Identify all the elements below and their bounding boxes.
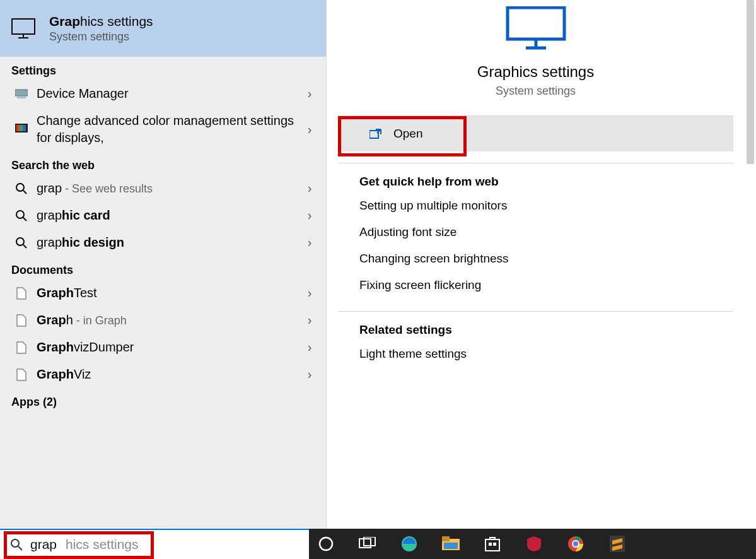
result-color-management[interactable]: Change advanced color management setting… [0,107,326,151]
chrome-icon[interactable] [564,532,588,556]
cortana-icon[interactable] [314,532,338,556]
svg-rect-4 [17,96,26,98]
open-icon [369,128,382,139]
svg-rect-26 [442,536,450,541]
result-label: GraphViz [32,366,302,383]
svg-point-19 [11,539,19,547]
search-icon [10,538,23,551]
result-doc-graphvizdumper[interactable]: GraphvizDumper › [0,334,326,361]
task-view-icon[interactable] [356,532,380,556]
preview-panel: Graphics settings System settings Open G… [327,0,745,529]
search-icon [11,183,32,194]
svg-rect-30 [493,543,496,546]
best-match-result[interactable]: Graphics settings System settings [0,0,326,57]
result-label: Change advanced color management setting… [32,112,302,146]
search-icon [11,210,32,221]
best-match-title: Graphics settings [49,14,153,29]
svg-rect-8 [23,125,26,131]
svg-line-12 [23,218,26,221]
result-web-graphic-card[interactable]: graphic card › [0,202,326,229]
document-icon [11,287,32,300]
result-doc-graphtest[interactable]: GraphTest › [0,280,326,307]
result-label: Graph - in Graph [32,312,302,329]
result-web-grap[interactable]: grap - See web results › [0,175,326,202]
chevron-right-icon: › [302,208,317,223]
related-header: Related settings [327,314,733,341]
help-link-monitors[interactable]: Setting up multiple monitors [327,192,733,219]
sublime-icon[interactable] [605,532,629,556]
svg-rect-18 [369,131,378,138]
result-doc-graph[interactable]: Graph - in Graph › [0,307,326,334]
search-results-panel: Graphics settings System settings Settin… [0,0,327,529]
taskbar [309,529,756,559]
monitor-icon [9,14,38,43]
svg-point-11 [16,211,24,218]
result-doc-graphviz[interactable]: GraphViz › [0,361,326,388]
result-label: graphic design [32,234,302,251]
svg-rect-0 [12,19,35,34]
result-label: Device Manager [32,85,302,102]
help-link-font-size[interactable]: Adjusting font size [327,219,733,245]
chevron-right-icon: › [302,286,317,300]
best-match-subtitle: System settings [49,30,153,44]
section-header-web: Search the web [0,151,326,175]
scrollbar[interactable] [745,0,756,529]
result-label: graphic card [32,207,302,224]
open-action[interactable]: Open [338,116,733,151]
color-management-icon [11,124,32,135]
help-link-flickering[interactable]: Fixing screen flickering [327,272,733,298]
svg-line-20 [18,546,22,550]
svg-rect-7 [20,125,23,131]
svg-line-10 [23,191,26,194]
svg-rect-34 [610,536,625,552]
svg-point-13 [16,238,24,245]
device-manager-icon [11,88,32,100]
preview-title: Graphics settings [477,63,594,81]
chevron-right-icon: › [302,181,317,196]
edge-icon[interactable] [397,532,421,556]
svg-rect-6 [16,125,20,131]
svg-point-21 [320,538,332,550]
search-input[interactable] [30,530,309,559]
result-device-manager[interactable]: Device Manager › [0,80,326,107]
result-label: GraphTest [32,285,302,302]
svg-line-14 [23,245,26,248]
svg-rect-27 [444,543,458,549]
help-link-brightness[interactable]: Changing screen brightness [327,245,733,272]
chevron-right-icon: › [302,340,317,355]
svg-rect-15 [508,8,564,39]
monitor-icon-large [504,6,567,50]
chevron-right-icon: › [302,122,317,137]
microsoft-store-icon[interactable] [480,532,504,556]
related-link-light-theme[interactable]: Light theme settings [327,341,733,367]
svg-point-33 [573,541,578,546]
chevron-right-icon: › [302,367,317,382]
chevron-right-icon: › [302,313,317,327]
chevron-right-icon: › [302,235,317,250]
section-header-documents: Documents [0,256,326,280]
svg-rect-29 [489,543,492,546]
mcafee-icon[interactable] [522,532,546,556]
result-label: grap - See web results [32,180,302,197]
document-icon [11,314,32,327]
svg-point-9 [16,184,24,191]
document-icon [11,341,32,354]
search-box[interactable]: hics settings [0,530,309,559]
section-header-settings: Settings [0,57,326,80]
preview-subtitle: System settings [496,85,576,98]
open-label: Open [393,127,422,141]
search-icon [11,237,32,249]
svg-rect-28 [486,539,499,551]
document-icon [11,368,32,381]
result-web-graphic-design[interactable]: graphic design › [0,229,326,256]
chevron-right-icon: › [302,86,317,101]
svg-rect-3 [15,90,28,96]
help-header: Get quick help from web [327,166,733,192]
section-header-apps: Apps (2) [0,388,326,411]
file-explorer-icon[interactable] [439,532,463,556]
result-label: GraphvizDumper [32,339,302,356]
